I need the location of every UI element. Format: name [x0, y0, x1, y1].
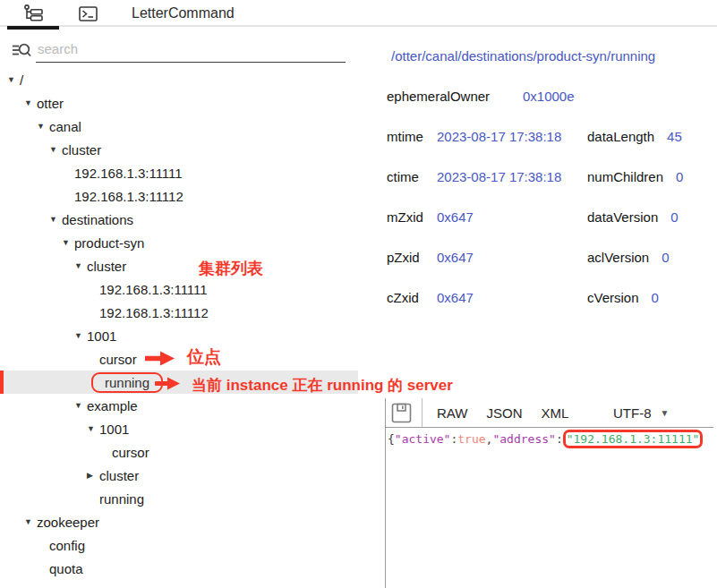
tree-node-cluster[interactable]: ▼cluster [0, 138, 358, 161]
node-data-editor[interactable]: {"active":true,"address":"192.168.1.3:11… [385, 427, 713, 588]
tree-node-quota[interactable]: quota [0, 557, 358, 580]
tree-node-1001[interactable]: ▼1001 [0, 417, 358, 440]
search-input[interactable] [36, 39, 346, 63]
tree-node-label[interactable]: / [20, 72, 23, 88]
stat-row-datalength: dataLength45 [587, 126, 682, 146]
tree-node-label[interactable]: zookeeper [37, 515, 99, 530]
stat-row-cversion: cVersion0 [587, 287, 659, 307]
stat-row-ephemeralowner: ephemeralOwner0x1000e [387, 86, 713, 106]
stat-row-ctime: ctime2023-08-17 17:38:18numChildren0 [387, 166, 713, 186]
app-title[interactable]: LetterCommand [132, 0, 235, 27]
tree-node-192-168-1-3-11111[interactable]: 192.168.1.3:11111 [0, 277, 358, 301]
stat-label: mtime [387, 129, 437, 144]
tree-node-label[interactable]: 192.168.1.3:11111 [74, 166, 183, 181]
tree-node-label[interactable]: cluster [99, 468, 139, 483]
red-arrow-icon [155, 377, 181, 390]
tree-node-label[interactable]: product-syn [74, 235, 144, 251]
tree-node-label[interactable]: cursor [112, 445, 149, 460]
chevron-down-icon[interactable]: ▼ [87, 424, 99, 433]
red-arrow-icon [145, 351, 175, 366]
tree-node-cluster[interactable]: ▶cluster [0, 464, 358, 487]
tree-node-192-168-1-3-11112[interactable]: 192.168.1.3:11112 [0, 184, 358, 208]
toolbar-divider [422, 398, 423, 427]
json-token: true [457, 432, 485, 446]
json-token: "active" [395, 432, 451, 446]
stat-value: 45 [667, 129, 682, 144]
format-tab-xml[interactable]: XML [541, 405, 568, 421]
tree-node-1001[interactable]: ▼1001 [0, 324, 358, 347]
stat-label: dataVersion [587, 209, 658, 225]
tree-node-label[interactable]: canal [49, 119, 81, 134]
tree-node-label[interactable]: cluster [62, 142, 101, 158]
tree-node-label[interactable]: destinations [62, 212, 133, 227]
chevron-down-icon[interactable]: ▼ [24, 517, 37, 526]
stat-label: cZxid [387, 290, 437, 305]
stat-value: 0 [670, 209, 678, 225]
app-window: LetterCommand ▼/▼otter▼canal▼cluster192.… [0, 0, 717, 588]
chevron-right-icon[interactable]: ▶ [87, 471, 99, 480]
tab-terminal[interactable] [68, 0, 107, 27]
stat-label: cVersion [587, 290, 639, 305]
stat-label: numChildren [587, 169, 663, 184]
tree-node-label[interactable]: quota [49, 561, 83, 576]
chevron-down-icon[interactable]: ▼ [7, 75, 20, 84]
tree-node-label[interactable]: 1001 [99, 422, 129, 437]
tree-node-cluster[interactable]: ▼cluster [0, 254, 358, 277]
stat-value: 0x647 [437, 250, 474, 265]
stat-value: 0x647 [437, 209, 474, 225]
encoding-dropdown[interactable]: UTF-8 ▼ [613, 398, 669, 427]
tree-node-cursor[interactable]: cursor [0, 440, 358, 464]
format-tab-raw[interactable]: RAW [437, 405, 467, 421]
tree-node-label[interactable]: otter [37, 96, 64, 111]
tree-node-label[interactable]: running [99, 491, 144, 507]
tree-node-destinations[interactable]: ▼destinations [0, 208, 358, 231]
tree-node-cursor[interactable]: cursor [0, 347, 358, 371]
tree-node-label[interactable]: 192.168.1.3:11112 [99, 305, 209, 320]
terminal-icon [79, 6, 98, 21]
tree-node-example[interactable]: ▼example [0, 394, 358, 417]
stat-value: 0 [662, 250, 669, 265]
tree-node-[interactable]: ▼/ [0, 68, 358, 91]
tree-node-label[interactable]: example [87, 398, 138, 413]
json-token-highlighted: "192.168.1.3:11111" [563, 430, 704, 448]
tree-node-product-syn[interactable]: ▼product-syn [0, 231, 358, 254]
node-tree: ▼/▼otter▼canal▼cluster192.168.1.3:111111… [0, 68, 385, 580]
stat-value: 2023-08-17 17:38:18 [437, 169, 561, 184]
tree-node-zookeeper[interactable]: ▼zookeeper [0, 510, 358, 533]
tree-node-label[interactable]: 192.168.1.3:11112 [74, 189, 184, 204]
tree-node-otter[interactable]: ▼otter [0, 91, 358, 115]
save-icon [391, 403, 414, 423]
tree-node-192-168-1-3-11111[interactable]: 192.168.1.3:11111 [0, 161, 358, 184]
stat-value: 0x1000e [523, 89, 575, 104]
annotation-cluster-list: 集群列表 [199, 258, 263, 279]
tree-node-label[interactable]: config [49, 538, 85, 553]
tab-tree-view[interactable] [7, 0, 59, 27]
chevron-down-icon[interactable]: ▼ [74, 331, 87, 340]
tree-node-label[interactable]: running [91, 372, 163, 393]
json-token: "address" [492, 432, 555, 446]
chevron-down-icon[interactable]: ▼ [49, 215, 62, 224]
chevron-down-icon[interactable]: ▼ [49, 145, 62, 154]
tree-node-label[interactable]: 1001 [87, 328, 116, 344]
chevron-down-icon: ▼ [661, 408, 670, 418]
chevron-down-icon[interactable]: ▼ [74, 401, 87, 410]
tree-node-label[interactable]: cluster [87, 259, 126, 274]
stat-row-pzxid: pZxid0x647aclVersion0 [387, 247, 713, 267]
tree-node-canal[interactable]: ▼canal [0, 115, 358, 138]
stat-label: dataLength [587, 129, 654, 144]
save-button[interactable] [391, 401, 414, 424]
chevron-down-icon[interactable]: ▼ [24, 98, 37, 107]
stat-value: 0x647 [437, 290, 474, 305]
chevron-down-icon[interactable]: ▼ [74, 261, 87, 270]
node-data-panel: RAWJSONXML UTF-8 ▼ {"active":true,"addre… [385, 398, 713, 588]
tree-node-label[interactable]: cursor [99, 352, 137, 367]
chevron-down-icon[interactable]: ▼ [62, 238, 74, 247]
tree-node-label[interactable]: 192.168.1.3:11111 [99, 282, 208, 297]
node-detail-panel: /otter/canal/destinations/product-syn/ru… [385, 0, 717, 398]
tree-node-running[interactable]: running [0, 487, 358, 510]
format-tab-json[interactable]: JSON [486, 405, 522, 421]
tree-node-config[interactable]: config [0, 533, 358, 557]
data-toolbar: RAWJSONXML UTF-8 ▼ [386, 398, 713, 427]
tree-node-192-168-1-3-11112[interactable]: 192.168.1.3:11112 [0, 301, 358, 324]
chevron-down-icon[interactable]: ▼ [37, 122, 49, 131]
